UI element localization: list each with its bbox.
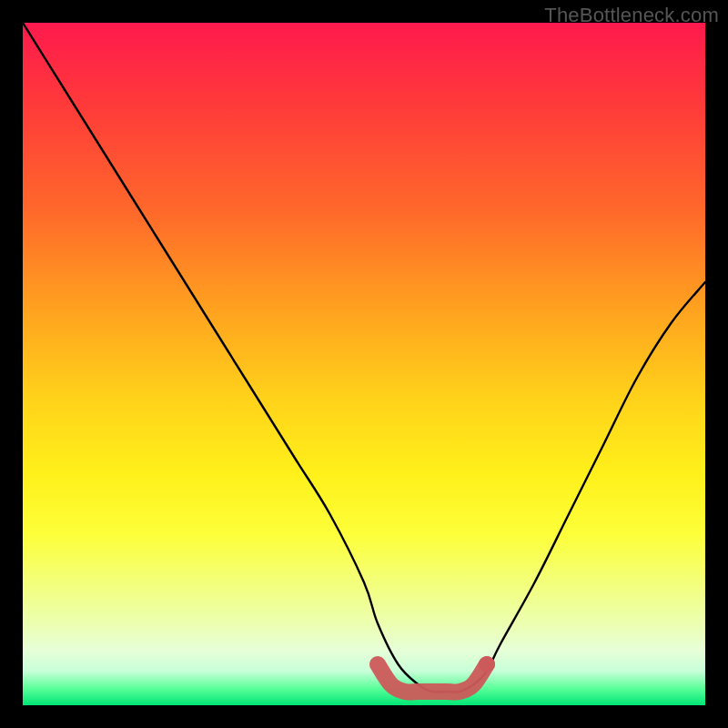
optimal-range-path — [378, 664, 487, 693]
bottleneck-curve-path — [23, 23, 705, 693]
optimal-range-end-dot — [479, 656, 495, 672]
chart-svg — [23, 23, 705, 705]
attribution-label: TheBottleneck.com — [544, 4, 719, 27]
chart-frame — [23, 23, 705, 705]
